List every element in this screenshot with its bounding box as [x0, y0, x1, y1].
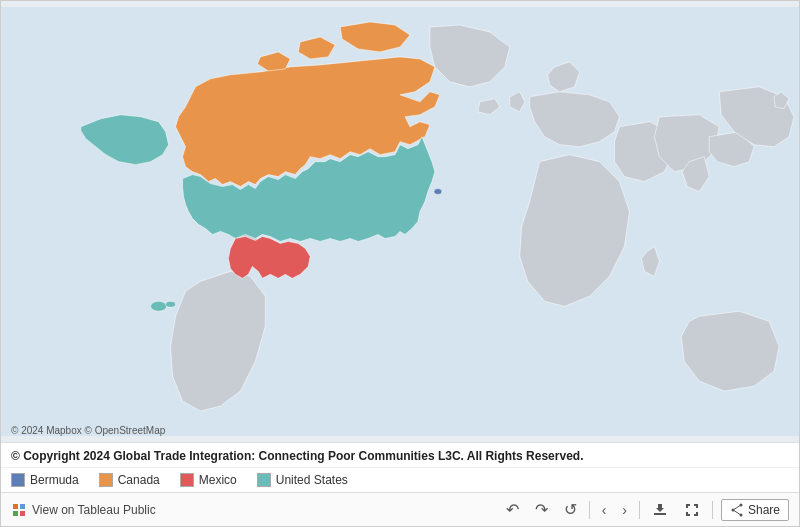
svg-line-14 — [733, 510, 741, 515]
undo-button[interactable]: ↶ — [502, 498, 523, 521]
download-button[interactable] — [648, 500, 672, 520]
toolbar-divider2 — [639, 501, 640, 519]
toolbar-divider3 — [712, 501, 713, 519]
svg-marker-9 — [656, 504, 664, 512]
svg-rect-4 — [13, 504, 18, 509]
tableau-link[interactable]: View on Tableau Public — [11, 502, 156, 518]
legend-item-usa: United States — [257, 473, 348, 487]
tableau-link-label: View on Tableau Public — [32, 503, 156, 517]
fullscreen-button[interactable] — [680, 500, 704, 520]
svg-rect-5 — [20, 504, 25, 509]
nav-next-button[interactable]: › — [618, 500, 631, 520]
svg-rect-6 — [13, 511, 18, 516]
download-icon — [652, 502, 668, 518]
mapbox-credit: © 2024 Mapbox © OpenStreetMap — [11, 425, 165, 436]
footer-copyright: © Copyright 2024 Global Trade Integratio… — [1, 442, 799, 467]
share-label: Share — [748, 503, 780, 517]
mexico-label: Mexico — [199, 473, 237, 487]
toolbar-divider1 — [589, 501, 590, 519]
map-area: © 2024 Mapbox © OpenStreetMap — [1, 1, 799, 442]
svg-rect-8 — [654, 513, 666, 515]
main-container: © 2024 Mapbox © OpenStreetMap © Copyrigh… — [0, 0, 800, 527]
toolbar-row: View on Tableau Public ↶ ↷ ↺ ‹ › — [1, 492, 799, 526]
toolbar-right: ↶ ↷ ↺ ‹ › — [502, 498, 789, 521]
fullscreen-icon — [684, 502, 700, 518]
nav-prev-button[interactable]: ‹ — [598, 500, 611, 520]
svg-point-3 — [434, 189, 442, 195]
svg-rect-7 — [20, 511, 25, 516]
redo-button[interactable]: ↷ — [531, 498, 552, 521]
svg-line-13 — [733, 505, 741, 510]
canada-label: Canada — [118, 473, 160, 487]
svg-point-1 — [151, 301, 167, 311]
usa-swatch — [257, 473, 271, 487]
share-icon — [730, 503, 744, 517]
canada-swatch — [99, 473, 113, 487]
bermuda-swatch — [11, 473, 25, 487]
legend-row: Bermuda Canada Mexico United States — [1, 467, 799, 492]
share-button[interactable]: Share — [721, 499, 789, 521]
bermuda-label: Bermuda — [30, 473, 79, 487]
reset-button[interactable]: ↺ — [560, 498, 581, 521]
legend-item-canada: Canada — [99, 473, 160, 487]
tableau-icon — [11, 502, 27, 518]
legend-item-bermuda: Bermuda — [11, 473, 79, 487]
mexico-swatch — [180, 473, 194, 487]
usa-label: United States — [276, 473, 348, 487]
legend-item-mexico: Mexico — [180, 473, 237, 487]
svg-point-2 — [166, 301, 176, 307]
